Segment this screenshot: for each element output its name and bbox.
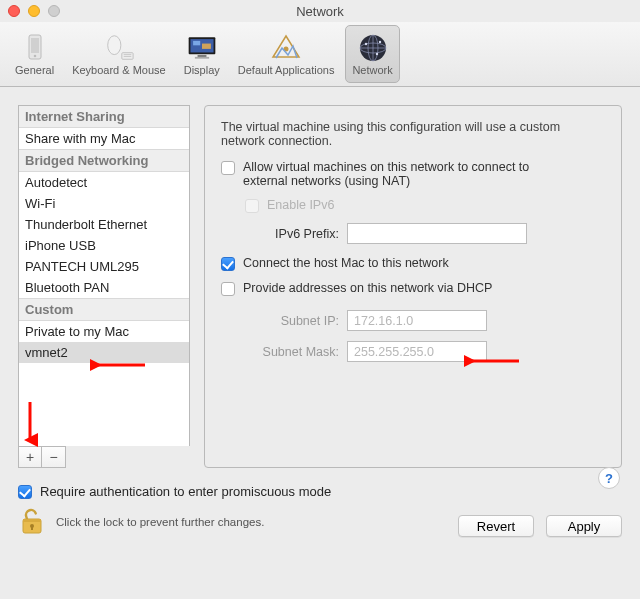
- subnet-ip-input[interactable]: [347, 310, 487, 331]
- iphone-icon: [19, 32, 51, 64]
- network-list[interactable]: Internet Sharing Share with my Mac Bridg…: [18, 105, 190, 446]
- require-auth-row[interactable]: Require authentication to enter promiscu…: [18, 484, 622, 499]
- allow-nat-checkbox[interactable]: [221, 161, 235, 175]
- list-item[interactable]: Wi-Fi: [19, 193, 189, 214]
- dhcp-checkbox[interactable]: [221, 282, 235, 296]
- enable-ipv6-label: Enable IPv6: [267, 198, 334, 212]
- list-item[interactable]: Private to my Mac: [19, 321, 189, 342]
- applications-icon: [270, 32, 302, 64]
- subnet-ip-row: Subnet IP:: [239, 310, 605, 331]
- allow-nat-row[interactable]: Allow virtual machines on this network t…: [221, 160, 605, 188]
- group-header-custom: Custom: [19, 298, 189, 321]
- enable-ipv6-checkbox: [245, 199, 259, 213]
- connect-host-row[interactable]: Connect the host Mac to this network: [221, 256, 605, 271]
- list-item[interactable]: Thunderbolt Ethernet: [19, 214, 189, 235]
- sidebar-wrap: Internet Sharing Share with my Mac Bridg…: [18, 105, 190, 468]
- preferences-toolbar: General Keyboard & Mouse Display Default…: [0, 22, 640, 87]
- svg-point-22: [375, 52, 377, 54]
- tab-default-applications[interactable]: Default Applications: [231, 25, 342, 83]
- list-item[interactable]: Bluetooth PAN: [19, 277, 189, 298]
- group-header-internet-sharing: Internet Sharing: [19, 106, 189, 128]
- dhcp-label: Provide addresses on this network via DH…: [243, 281, 492, 295]
- subnet-mask-input[interactable]: [347, 341, 487, 362]
- ipv6-prefix-input[interactable]: [347, 223, 527, 244]
- require-auth-checkbox[interactable]: [18, 485, 32, 499]
- svg-point-20: [364, 42, 366, 44]
- tab-label: Network: [352, 64, 392, 76]
- tab-label: Default Applications: [238, 64, 335, 76]
- remove-network-button[interactable]: −: [42, 446, 66, 468]
- list-item-selected[interactable]: vmnet2: [19, 342, 189, 363]
- require-auth-label: Require authentication to enter promiscu…: [40, 484, 331, 499]
- group-header-bridged: Bridged Networking: [19, 149, 189, 172]
- svg-rect-11: [193, 40, 200, 44]
- dhcp-row[interactable]: Provide addresses on this network via DH…: [221, 281, 605, 296]
- window-title: Network: [0, 4, 640, 19]
- svg-rect-10: [195, 56, 209, 58]
- footer: Require authentication to enter promiscu…: [0, 476, 640, 551]
- subnet-mask-label: Subnet Mask:: [239, 345, 339, 359]
- panel-description: The virtual machine using this configura…: [221, 120, 605, 148]
- svg-point-2: [33, 54, 36, 57]
- subnet-ip-label: Subnet IP:: [239, 314, 339, 328]
- network-globe-icon: [357, 32, 389, 64]
- svg-point-3: [108, 35, 121, 54]
- tab-general[interactable]: General: [8, 25, 61, 83]
- svg-rect-24: [23, 519, 41, 522]
- allow-nat-label: Allow virtual machines on this network t…: [243, 160, 573, 188]
- tab-label: Keyboard & Mouse: [72, 64, 166, 76]
- dialog-buttons: Revert Apply: [458, 515, 622, 537]
- list-item[interactable]: Share with my Mac: [19, 128, 189, 149]
- tab-display[interactable]: Display: [177, 25, 227, 83]
- tab-label: Display: [184, 64, 220, 76]
- ipv6-prefix-label: IPv6 Prefix:: [239, 227, 339, 241]
- apply-button[interactable]: Apply: [546, 515, 622, 537]
- connect-host-label: Connect the host Mac to this network: [243, 256, 449, 270]
- mouse-icon: [103, 32, 135, 64]
- enable-ipv6-row: Enable IPv6: [245, 198, 605, 213]
- network-detail-panel: The virtual machine using this configura…: [204, 105, 622, 468]
- main-area: Internet Sharing Share with my Mac Bridg…: [0, 87, 640, 476]
- svg-rect-12: [202, 43, 211, 48]
- add-remove-bar: + −: [18, 446, 190, 468]
- subnet-mask-row: Subnet Mask:: [239, 341, 605, 362]
- svg-point-21: [378, 40, 380, 42]
- list-item[interactable]: iPhone USB: [19, 235, 189, 256]
- revert-button[interactable]: Revert: [458, 515, 534, 537]
- svg-rect-1: [31, 38, 39, 53]
- display-icon: [186, 32, 218, 64]
- svg-rect-26: [31, 526, 33, 530]
- ipv6-prefix-row: IPv6 Prefix:: [239, 223, 605, 244]
- tab-label: General: [15, 64, 54, 76]
- add-network-button[interactable]: +: [18, 446, 42, 468]
- tab-keyboard-mouse[interactable]: Keyboard & Mouse: [65, 25, 173, 83]
- title-bar: Network: [0, 0, 640, 22]
- lock-open-icon[interactable]: [18, 507, 46, 537]
- list-item[interactable]: PANTECH UML295: [19, 256, 189, 277]
- connect-host-checkbox[interactable]: [221, 257, 235, 271]
- list-item[interactable]: Autodetect: [19, 172, 189, 193]
- svg-rect-9: [197, 55, 206, 57]
- tab-network[interactable]: Network: [345, 25, 399, 83]
- lock-text: Click the lock to prevent further change…: [56, 516, 264, 528]
